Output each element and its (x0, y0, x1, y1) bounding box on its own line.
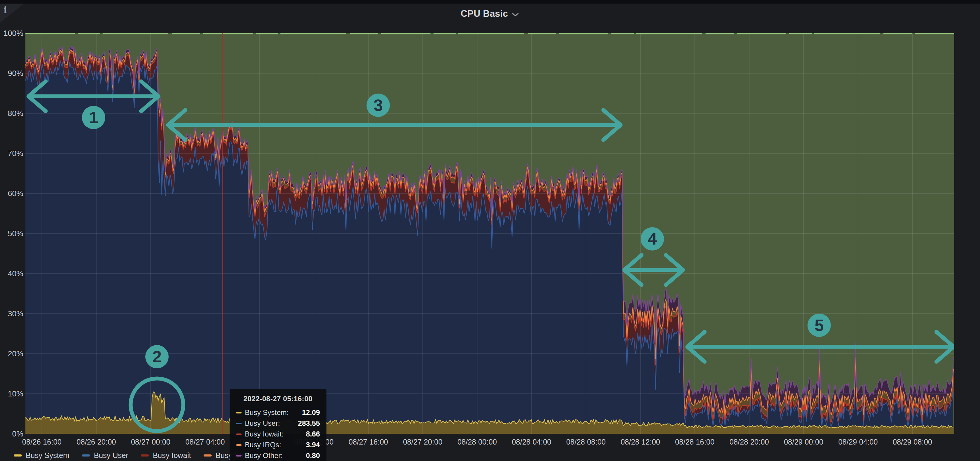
x-tick-label: 08/27 04:00 (178, 437, 232, 446)
y-tick-label: 50% (0, 229, 23, 238)
legend-item-busy-iowait[interactable]: Busy Iowait (141, 451, 191, 460)
x-tick-label: 08/28 08:00 (559, 437, 613, 446)
x-tick-label: 08/28 04:00 (504, 437, 559, 446)
tooltip-row: Busy IRQs:3.94 (236, 439, 320, 450)
annotation-badge-number-3: 3 (374, 96, 383, 114)
x-tick-label: 08/29 00:00 (776, 437, 831, 446)
x-tick-label: 08/27 20:00 (396, 437, 450, 446)
x-tick-label: 08/28 16:00 (668, 437, 722, 446)
legend-series-label: Busy Iowait (153, 451, 191, 460)
x-tick-label: 08/29 08:00 (885, 437, 940, 446)
x-tick-label: 08/28 12:00 (613, 437, 668, 446)
legend: Busy SystemBusy UserBusy IowaitBusy IRQs (14, 451, 251, 460)
annotation-badge-number-4: 4 (648, 229, 657, 248)
legend-series-swatch (14, 455, 22, 456)
tooltip-series-value: 283.55 (298, 419, 320, 428)
y-tick-label: 30% (0, 309, 23, 318)
tooltip-series-swatch (236, 412, 242, 413)
tooltip-series-label: Busy User: (245, 419, 298, 428)
tooltip-series-swatch (236, 444, 242, 446)
x-tick-label: 08/26 20:00 (69, 437, 124, 446)
legend-item-busy-user[interactable]: Busy User (82, 451, 128, 460)
y-tick-label: 100% (0, 29, 23, 38)
legend-item-busy-system[interactable]: Busy System (14, 451, 69, 460)
tooltip-series-label: Busy IRQs: (245, 441, 306, 449)
window-top-strip (0, 0, 980, 3)
legend-series-label: Busy User (94, 451, 128, 460)
y-tick-label: 60% (0, 189, 23, 198)
x-tick-label: 08/28 00:00 (450, 437, 504, 446)
y-tick-label: 40% (0, 269, 23, 278)
x-tick-label: 08/27 16:00 (341, 437, 396, 446)
cpu-usage-chart[interactable]: 12345 (25, 33, 954, 434)
tooltip-series-label: Busy Iowait: (245, 430, 306, 438)
tooltip-row: Busy Iowait:8.66 (236, 429, 320, 439)
chevron-down-icon[interactable] (512, 12, 519, 17)
tooltip-series-label: Busy System: (245, 409, 302, 417)
annotation-badge-number-5: 5 (815, 316, 824, 335)
tooltip-series-label: Busy Other: (245, 451, 306, 460)
tooltip-series-swatch (236, 434, 242, 435)
info-icon[interactable]: i (3, 5, 7, 15)
y-tick-label: 90% (0, 68, 23, 78)
x-tick-label: 08/27 00:00 (124, 437, 178, 446)
panel-title[interactable]: CPU Basic (461, 8, 508, 19)
x-tick-label: 08/26 16:00 (15, 437, 69, 446)
y-tick-label: 10% (0, 389, 23, 399)
chart-tooltip: 2022-08-27 05:16:00 Busy System:12.09Bus… (230, 389, 326, 461)
legend-series-label: Busy System (26, 451, 69, 460)
tooltip-series-value: 3.94 (306, 441, 320, 449)
tooltip-row: Busy User:283.55 (236, 418, 320, 429)
y-tick-label: 70% (0, 149, 23, 158)
x-tick-label: 08/28 20:00 (722, 437, 776, 446)
annotation-badge-number-1: 1 (89, 108, 98, 127)
tooltip-timestamp: 2022-08-27 05:16:00 (243, 395, 320, 403)
legend-series-swatch (82, 455, 90, 456)
tooltip-series-value: 12.09 (302, 409, 320, 417)
panel-header: CPU Basic (0, 7, 980, 20)
grafana-panel: { "panel": { "title": "CPU Basic", "info… (0, 0, 980, 461)
tooltip-row: Busy System:12.09 (236, 407, 320, 418)
tooltip-series-value: 8.66 (306, 430, 320, 438)
tooltip-series-swatch (236, 455, 242, 456)
tooltip-series-value: 0.80 (306, 451, 320, 460)
tooltip-row: Busy Other:0.80 (236, 450, 320, 461)
legend-series-swatch (204, 455, 212, 456)
tooltip-series-swatch (236, 423, 242, 424)
legend-series-swatch (141, 455, 149, 456)
x-tick-label: 08/29 04:00 (831, 437, 885, 446)
y-tick-label: 80% (0, 108, 23, 118)
y-tick-label: 20% (0, 349, 23, 358)
annotation-badge-number-2: 2 (152, 347, 161, 366)
